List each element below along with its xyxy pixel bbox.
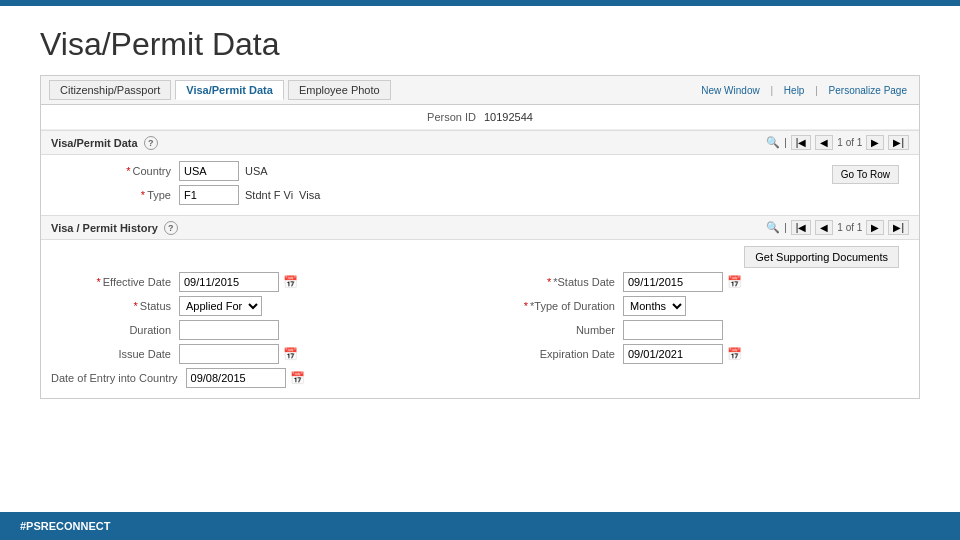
effective-date-label: Effective Date bbox=[51, 276, 171, 288]
type-name: Stdnt F Vi bbox=[245, 189, 293, 201]
type-duration-label: *Type of Duration bbox=[495, 300, 615, 312]
page-title: Visa/Permit Data bbox=[40, 26, 920, 63]
panel-nav-links: New Window | Help | Personalize Page bbox=[697, 85, 911, 96]
type-label: Type bbox=[51, 189, 171, 201]
number-input[interactable] bbox=[623, 320, 723, 340]
country-input[interactable] bbox=[179, 161, 239, 181]
panel: Citizenship/Passport Visa/Permit Data Em… bbox=[40, 75, 920, 399]
type-input[interactable] bbox=[179, 185, 239, 205]
expiration-date-label: Expiration Date bbox=[495, 348, 615, 360]
person-id-value: 10192544 bbox=[484, 111, 533, 123]
person-id-row: Person ID 10192544 bbox=[41, 105, 919, 130]
visa-permit-form: Country USA Type Stdnt F Vi Visa bbox=[51, 161, 822, 209]
visa-permit-data-title: Visa/Permit Data bbox=[51, 137, 138, 149]
number-label: Number bbox=[495, 324, 615, 336]
visa-history-prev-btn[interactable]: ◀ bbox=[815, 220, 833, 235]
type-duration-row: *Type of Duration Months Years Days bbox=[495, 296, 909, 316]
tab-visa-permit[interactable]: Visa/Permit Data bbox=[175, 80, 284, 100]
visa-history-form: Get Supporting Documents Effective Date … bbox=[41, 240, 919, 398]
effective-date-calendar-icon[interactable]: 📅 bbox=[283, 275, 298, 289]
go-to-row-button[interactable]: Go To Row bbox=[832, 165, 899, 184]
help-link[interactable]: Help bbox=[784, 85, 805, 96]
status-date-input[interactable] bbox=[623, 272, 723, 292]
visa-history-header: Visa / Permit History ? 🔍 | |◀ ◀ 1 of 1 … bbox=[41, 215, 919, 240]
visa-history-help-icon[interactable]: ? bbox=[164, 221, 178, 235]
type-duration-select[interactable]: Months Years Days bbox=[623, 296, 686, 316]
duration-label: Duration bbox=[51, 324, 171, 336]
footer-text: #PSRECONNECT bbox=[20, 520, 110, 532]
visa-permit-data-header: Visa/Permit Data ? 🔍 | |◀ ◀ 1 of 1 ▶ ▶| bbox=[41, 130, 919, 155]
visa-history-search-icon[interactable]: 🔍 bbox=[766, 221, 780, 234]
country-name: USA bbox=[245, 165, 268, 177]
status-date-label: *Status Date bbox=[495, 276, 615, 288]
visa-history-pagination: 1 of 1 bbox=[837, 222, 862, 233]
country-row: Country USA bbox=[51, 161, 822, 181]
expiration-date-calendar-icon[interactable]: 📅 bbox=[727, 347, 742, 361]
visa-history-first-btn[interactable]: |◀ bbox=[791, 220, 812, 235]
history-left-col: Effective Date 📅 Status Applied For Appr… bbox=[51, 272, 465, 392]
person-id-label: Person ID bbox=[427, 111, 476, 123]
issue-date-label: Issue Date bbox=[51, 348, 171, 360]
date-entry-input[interactable] bbox=[186, 368, 286, 388]
bottom-bar: #PSRECONNECT bbox=[0, 512, 960, 540]
panel-nav: Citizenship/Passport Visa/Permit Data Em… bbox=[41, 76, 919, 105]
date-entry-label: Date of Entry into Country bbox=[51, 372, 178, 384]
duration-row: Duration bbox=[51, 320, 465, 340]
tab-citizenship[interactable]: Citizenship/Passport bbox=[49, 80, 171, 100]
type-suffix: Visa bbox=[299, 189, 320, 201]
personalize-link[interactable]: Personalize Page bbox=[829, 85, 907, 96]
country-label: Country bbox=[51, 165, 171, 177]
status-label: Status bbox=[51, 300, 171, 312]
effective-date-row: Effective Date 📅 bbox=[51, 272, 465, 292]
history-two-col: Effective Date 📅 Status Applied For Appr… bbox=[51, 272, 909, 392]
visa-permit-pagination: 1 of 1 bbox=[837, 137, 862, 148]
go-to-row-container: Go To Row bbox=[822, 161, 909, 188]
expiration-date-row: Expiration Date 📅 bbox=[495, 344, 909, 364]
visa-history-next-btn[interactable]: ▶ bbox=[866, 220, 884, 235]
panel-nav-tabs: Citizenship/Passport Visa/Permit Data Em… bbox=[49, 80, 391, 100]
visa-history-last-btn[interactable]: ▶| bbox=[888, 220, 909, 235]
date-entry-calendar-icon[interactable]: 📅 bbox=[290, 371, 305, 385]
visa-permit-next-btn[interactable]: ▶ bbox=[866, 135, 884, 150]
duration-input[interactable] bbox=[179, 320, 279, 340]
expiration-date-input[interactable] bbox=[623, 344, 723, 364]
type-row: Type Stdnt F Vi Visa bbox=[51, 185, 822, 205]
status-row: Status Applied For Approved Denied bbox=[51, 296, 465, 316]
status-select[interactable]: Applied For Approved Denied bbox=[179, 296, 262, 316]
issue-date-input[interactable] bbox=[179, 344, 279, 364]
date-entry-row: Date of Entry into Country 📅 bbox=[51, 368, 465, 388]
effective-date-input[interactable] bbox=[179, 272, 279, 292]
supporting-docs-row: Get Supporting Documents bbox=[51, 246, 909, 268]
number-row: Number bbox=[495, 320, 909, 340]
new-window-link[interactable]: New Window bbox=[701, 85, 759, 96]
visa-permit-last-btn[interactable]: ▶| bbox=[888, 135, 909, 150]
tab-employee-photo[interactable]: Employee Photo bbox=[288, 80, 391, 100]
get-supporting-documents-button[interactable]: Get Supporting Documents bbox=[744, 246, 899, 268]
status-date-calendar-icon[interactable]: 📅 bbox=[727, 275, 742, 289]
visa-permit-prev-btn[interactable]: ◀ bbox=[815, 135, 833, 150]
status-date-row: *Status Date 📅 bbox=[495, 272, 909, 292]
issue-date-calendar-icon[interactable]: 📅 bbox=[283, 347, 298, 361]
visa-history-title: Visa / Permit History bbox=[51, 222, 158, 234]
visa-permit-help-icon[interactable]: ? bbox=[144, 136, 158, 150]
history-right-col: *Status Date 📅 *Type of Duration Months … bbox=[495, 272, 909, 392]
visa-permit-first-btn[interactable]: |◀ bbox=[791, 135, 812, 150]
visa-permit-search-icon[interactable]: 🔍 bbox=[766, 136, 780, 149]
main-content: Visa/Permit Data Citizenship/Passport Vi… bbox=[0, 6, 960, 409]
issue-date-row: Issue Date 📅 bbox=[51, 344, 465, 364]
